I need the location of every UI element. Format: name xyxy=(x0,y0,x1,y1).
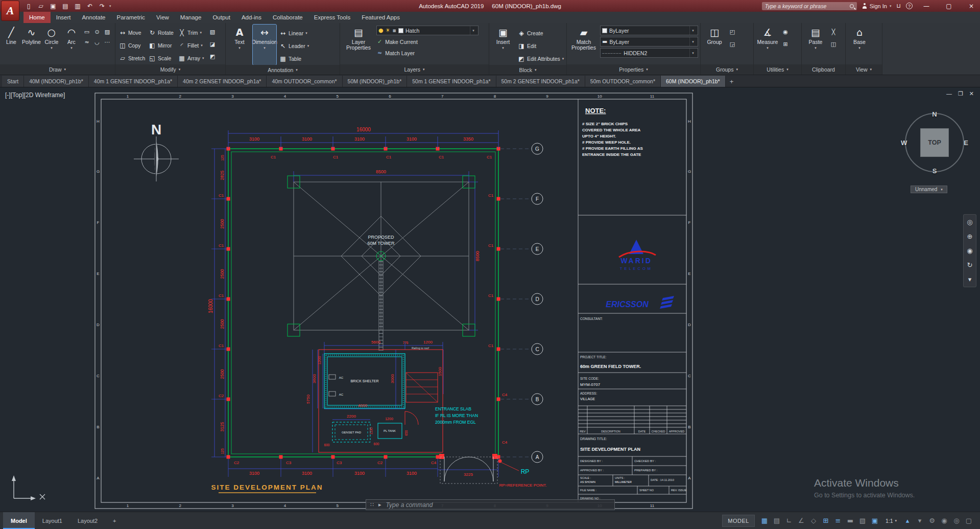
file-tab-60m-indoor-ph1b[interactable]: 60M (INDOOR)_ph1b* xyxy=(661,76,726,87)
command-line[interactable]: ∷ ▸ Type a command xyxy=(366,499,615,510)
utilities-panel-label[interactable]: Utilities ▾ xyxy=(754,64,801,75)
viewport-controls[interactable]: [-][Top][2D Wireframe] xyxy=(5,91,65,99)
lineweight-dropdown-arrow-icon[interactable]: ▾ xyxy=(689,37,696,46)
ribbon-tab-annotate[interactable]: Annotate xyxy=(76,12,111,23)
properties-panel-label[interactable]: Properties ▾ xyxy=(567,64,700,75)
base-button[interactable]: ⌂ Base ▾ xyxy=(848,25,871,64)
stretch-button[interactable]: ▱Stretch xyxy=(117,52,147,64)
group-button[interactable]: ◫ Group xyxy=(703,25,726,64)
orbit-icon[interactable]: ↻ xyxy=(967,261,973,269)
create-button[interactable]: ◈Create xyxy=(516,27,564,39)
dimension-button[interactable]: ↔ Dimension ▾ xyxy=(253,25,276,65)
color-dropdown-arrow-icon[interactable]: ▾ xyxy=(689,26,696,35)
command-input[interactable]: Type a command xyxy=(386,501,433,509)
explode-icon[interactable]: ◩ xyxy=(208,52,217,60)
polyline-button[interactable]: ∿ Polyline xyxy=(22,25,41,64)
ribbon-tab-manage[interactable]: Manage xyxy=(175,12,207,23)
file-tab-40m-2-genset-indoor-ph1a[interactable]: 40m 2 GENSET INDOOR_ph1a* xyxy=(178,76,267,87)
search-icon[interactable] xyxy=(850,4,854,8)
viewcube-south[interactable]: S xyxy=(933,167,937,175)
ribbon-tab-collaborate[interactable]: Collaborate xyxy=(267,12,308,23)
ribbon-tab-home[interactable]: Home xyxy=(23,12,51,23)
move-button[interactable]: ↔Move xyxy=(117,26,147,39)
ribbon-tab-output[interactable]: Output xyxy=(207,12,236,23)
group-edit-icon[interactable]: ◲ xyxy=(728,40,737,48)
drawing-viewport[interactable]: 11223344556677889910101111HHGGFFEEDDCCBB… xyxy=(0,87,980,512)
paste-button[interactable]: ▤ Paste ▾ xyxy=(804,25,827,64)
isolate-objects-icon[interactable]: ◎ xyxy=(950,515,963,527)
viewcube-north[interactable]: N xyxy=(932,110,937,118)
command-line-grip-icon[interactable]: ∷ xyxy=(370,501,374,508)
draw-panel-label[interactable]: Draw ▾ xyxy=(0,64,115,75)
ungroup-icon[interactable]: ◰ xyxy=(728,28,737,36)
make-current-button[interactable]: ✓ Make Current xyxy=(376,37,479,47)
polar-tracking-icon[interactable]: ∠ xyxy=(795,515,807,527)
doc-restore-icon[interactable]: ❐ xyxy=(958,90,963,97)
save-icon[interactable]: ▣ xyxy=(48,2,58,11)
ellipse-icon[interactable]: ⊙ xyxy=(92,28,102,36)
spline-icon[interactable]: ≈ xyxy=(82,38,91,46)
sign-in-button[interactable]: Sign In ▾ xyxy=(862,3,892,9)
file-tab-40m-outdoor-common[interactable]: 40m OUTDOOR_common* xyxy=(267,76,342,87)
annotation-monitor-icon[interactable]: ◉ xyxy=(938,515,950,527)
snap-mode-icon[interactable]: ▤ xyxy=(771,515,783,527)
modify-panel-label[interactable]: Modify ▾ xyxy=(115,64,225,75)
arc-tool-icon[interactable]: ◡ xyxy=(92,38,102,46)
ortho-icon[interactable]: ∟ xyxy=(783,515,795,527)
undo-icon[interactable]: ↶ xyxy=(85,2,95,11)
doc-minimize-icon[interactable]: — xyxy=(946,90,952,97)
file-tab-50m-1-genset-indoor-ph1a[interactable]: 50m 1 GENSET INDOOR_ph1a* xyxy=(407,76,496,87)
text-button[interactable]: A Text ▾ xyxy=(228,25,251,65)
object-color-dropdown[interactable]: ByLayer ▾ xyxy=(600,26,698,35)
edit-button[interactable]: ◨Edit xyxy=(516,39,564,52)
viewcube-compass-ring[interactable]: N S W E TOP xyxy=(905,113,964,172)
lineweight-icon[interactable]: ▬ xyxy=(844,515,856,527)
qat-dropdown-icon[interactable]: ▾ xyxy=(109,4,111,8)
insert-block-button[interactable]: ▣ Insert ▾ xyxy=(491,25,515,65)
layout-tab-model[interactable]: Model xyxy=(3,512,35,529)
linear-button[interactable]: ↔Linear▾ xyxy=(278,27,309,39)
object-snap-tracking-icon[interactable]: ≡ xyxy=(832,515,844,527)
new-file-icon[interactable]: ▯ xyxy=(23,2,34,11)
measure-button[interactable]: ∡ Measure ▾ xyxy=(756,25,779,64)
quick-calc-icon[interactable]: ⊞ xyxy=(781,40,790,48)
doc-close-icon[interactable]: ✕ xyxy=(969,90,974,97)
new-layout-button[interactable]: + xyxy=(105,512,124,529)
autoscale-icon[interactable]: ▾ xyxy=(914,515,926,527)
erase-icon[interactable]: ◪ xyxy=(208,40,217,48)
circle-button[interactable]: ○ Circle ▾ xyxy=(42,25,61,64)
osnap-icon[interactable]: ⊞ xyxy=(820,515,832,527)
hatch-icon[interactable]: ▨ xyxy=(103,28,112,36)
match-properties-button[interactable]: ▰ Match Properties xyxy=(569,25,599,64)
named-view-selector[interactable]: Unnamed ▾ xyxy=(911,186,947,193)
workspace-gear-icon[interactable]: ⚙ xyxy=(926,515,938,527)
navbar-more-icon[interactable]: ▾ xyxy=(968,275,972,283)
ribbon-tab-view[interactable]: View xyxy=(151,12,175,23)
open-file-icon[interactable]: ▱ xyxy=(36,2,46,11)
array-button[interactable]: ▦Array▾ xyxy=(177,52,206,64)
file-tab-50m-outdoor-common[interactable]: 50m OUTDOOR_common* xyxy=(585,76,661,87)
layer-select-dropdown[interactable]: ● ☀ ▪ Hatch ▾ xyxy=(376,26,479,35)
file-tab-40m-1-genset-indoor-ph1a[interactable]: 40m 1 GENSET INDOOR_ph1a* xyxy=(89,76,178,87)
transparency-icon[interactable]: ▧ xyxy=(856,515,869,527)
file-tab-start[interactable]: Start xyxy=(2,76,24,87)
linetype-dropdown[interactable]: ––––––– HIDDEN2 ▾ xyxy=(600,48,698,58)
layers-panel-label[interactable]: Layers ▾ xyxy=(340,64,489,75)
layout-tab-layout1[interactable]: Layout1 xyxy=(35,512,70,529)
viewcube-west[interactable]: W xyxy=(901,139,907,147)
ribbon-tab-insert[interactable]: Insert xyxy=(51,12,77,23)
linetype-dropdown-arrow-icon[interactable]: ▾ xyxy=(689,49,696,57)
zoom-icon[interactable]: ◉ xyxy=(967,247,972,255)
fillet-button[interactable]: ◜Fillet▾ xyxy=(177,39,206,52)
line-button[interactable]: ╱ Line xyxy=(2,25,20,64)
app-store-cart-icon[interactable]: ⊔ xyxy=(896,3,901,9)
rotate-button[interactable]: ↻Rotate xyxy=(147,26,177,39)
isodraft-icon[interactable]: ◇ xyxy=(807,515,820,527)
file-tab-50m-indoor-ph1b[interactable]: 50M (INDOOR)_ph1b* xyxy=(343,76,408,87)
layout-tab-layout2[interactable]: Layout2 xyxy=(70,512,105,529)
leader-button[interactable]: ↖Leader▾ xyxy=(278,39,309,52)
search-input[interactable]: Type a keyword or phrase xyxy=(762,2,857,10)
new-drawing-tab-button[interactable]: + xyxy=(726,76,738,87)
annotation-visibility-icon[interactable]: ▴ xyxy=(901,515,914,527)
draw-overflow-icon[interactable]: ⋯ xyxy=(103,38,112,46)
